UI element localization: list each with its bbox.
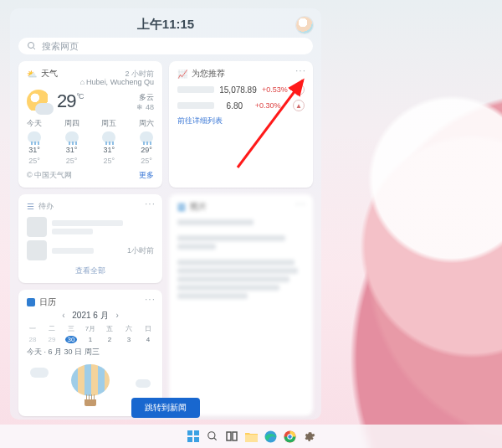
- day-label: 今天: [27, 118, 42, 129]
- todo-thumb: [27, 217, 47, 237]
- weather-card[interactable]: ⛅ 天气 2 小时前 ⌂ Hubei, Wucheng Qu 29 °C 多云: [18, 61, 162, 188]
- rain-icon: [65, 131, 79, 143]
- card-menu-button[interactable]: ···: [295, 200, 306, 207]
- calendar-month: 2021 6 月: [72, 311, 108, 320]
- svg-rect-9: [227, 432, 231, 440]
- weekday: 六: [123, 324, 135, 333]
- day-hi: 31°: [28, 146, 40, 154]
- stock-delta: +0.53%: [262, 85, 288, 94]
- calendar-date-row: 28 29 30 1 2 3 4: [27, 336, 154, 343]
- photos-icon: 🖼: [177, 203, 186, 212]
- weather-location: Hubei, Wucheng Qu: [86, 78, 154, 86]
- rain-icon: [140, 131, 153, 143]
- forecast-day: 周五 31° 25°: [101, 118, 116, 165]
- weekday: 三: [65, 324, 77, 333]
- todo-footer-link[interactable]: 查看全部: [75, 266, 105, 275]
- jump-to-news-button[interactable]: 跳转到新闻: [131, 398, 200, 418]
- svg-rect-6: [194, 437, 199, 442]
- calendar-prev-button[interactable]: ‹: [57, 311, 69, 320]
- blurred-line: [177, 260, 295, 265]
- svg-point-17: [288, 435, 291, 438]
- cal-date[interactable]: 29: [46, 336, 58, 343]
- weekday: 一: [27, 324, 38, 333]
- cal-date[interactable]: 28: [27, 336, 38, 343]
- cal-date-today[interactable]: 30: [65, 336, 77, 343]
- weather-more-link[interactable]: 更多: [139, 170, 154, 181]
- cloud-icon: [136, 379, 151, 388]
- rain-icon: [102, 131, 115, 143]
- day-hi: 31°: [66, 146, 78, 154]
- stocks-detail-link[interactable]: 前往详细列表: [177, 116, 305, 126]
- card-menu-button[interactable]: ···: [145, 200, 156, 207]
- taskbar-search-button[interactable]: [206, 430, 219, 443]
- todo-title: 待办: [38, 201, 54, 212]
- svg-rect-10: [233, 432, 237, 440]
- calendar-title: 日历: [39, 296, 56, 308]
- day-hi: 29°: [141, 146, 152, 154]
- todo-text-line: [52, 220, 123, 226]
- file-explorer-button[interactable]: [244, 430, 258, 443]
- todo-text-line: [52, 248, 94, 254]
- avatar[interactable]: [296, 17, 313, 33]
- cal-date[interactable]: 3: [123, 336, 135, 343]
- search-icon: [27, 41, 37, 51]
- day-lo: 25°: [141, 157, 152, 165]
- hot-air-balloon-icon: [71, 364, 110, 406]
- day-lo: 25°: [104, 157, 115, 165]
- card-menu-button[interactable]: ···: [145, 296, 156, 302]
- day-lo: 25°: [66, 157, 78, 165]
- photos-title: 照片: [190, 201, 207, 213]
- blurred-line: [177, 235, 285, 241]
- start-button[interactable]: [187, 430, 200, 443]
- weather-condition-sub: ❄ 48: [136, 103, 154, 111]
- weather-condition: 多云: [136, 92, 154, 103]
- stocks-card[interactable]: 📈 为您推荐 ··· 15,078.89 +0.53% ▲ 6.80 +0.30…: [169, 61, 313, 188]
- cal-date[interactable]: 4: [142, 336, 154, 343]
- svg-line-8: [214, 438, 217, 440]
- cloud-icon: [30, 368, 49, 378]
- svg-rect-11: [245, 435, 258, 442]
- chrome-button[interactable]: [283, 430, 296, 443]
- card-menu-button[interactable]: ···: [295, 67, 306, 74]
- todo-card[interactable]: ☰ 待办 ··· 1小时前: [18, 194, 162, 283]
- blurred-line: [177, 268, 298, 274]
- temp-value: 29: [57, 90, 75, 112]
- stock-badge-icon: ▲: [293, 100, 305, 111]
- blurred-line: [177, 293, 248, 299]
- day-label: 周五: [101, 118, 116, 129]
- photos-card[interactable]: 🖼 照片 ···: [169, 194, 313, 416]
- svg-line-1: [33, 48, 36, 50]
- widgets-grid: ⛅ 天气 2 小时前 ⌂ Hubei, Wucheng Qu 29 °C 多云: [18, 61, 313, 416]
- stock-row[interactable]: 6.80 +0.30% ▲: [177, 100, 305, 111]
- search-input[interactable]: 搜索网页: [18, 38, 313, 54]
- weather-source: © 中国天气网: [27, 170, 72, 181]
- edge-button[interactable]: [264, 430, 277, 443]
- weekday: 五: [104, 324, 115, 333]
- clock-time: 上午11:15: [137, 17, 194, 33]
- svg-point-0: [28, 43, 34, 49]
- stock-row[interactable]: 15,078.89 +0.53% ▲: [177, 84, 305, 95]
- desktop-wallpaper: 上午11:15 搜索网页 ⛅ 天气 2 小时前 ⌂ Hubei, Wucheng…: [0, 0, 502, 448]
- svg-rect-4: [194, 430, 199, 435]
- task-view-button[interactable]: [225, 430, 238, 443]
- stocks-chart-icon: 📈: [177, 70, 187, 79]
- blurred-line: [177, 244, 216, 250]
- rain-icon: [28, 131, 41, 143]
- weather-title: 天气: [41, 68, 58, 80]
- temp-unit: °C: [76, 92, 83, 100]
- settings-button[interactable]: [302, 430, 315, 443]
- calendar-next-button[interactable]: ›: [110, 311, 123, 320]
- cal-date[interactable]: 1: [85, 336, 96, 343]
- forecast-day: 今天 31° 25°: [27, 118, 42, 165]
- source-text: 中国天气网: [34, 171, 72, 179]
- stock-value: 15,078.89: [219, 85, 257, 95]
- panel-header: 上午11:15: [18, 17, 313, 33]
- weekday: 日: [142, 324, 154, 333]
- widgets-panel: 上午11:15 搜索网页 ⛅ 天气 2 小时前 ⌂ Hubei, Wucheng…: [10, 8, 321, 420]
- stock-delta: +0.30%: [255, 101, 281, 110]
- location-pin-icon: ⌂: [80, 78, 85, 86]
- cal-date[interactable]: 2: [104, 336, 115, 343]
- taskbar: [0, 425, 502, 448]
- todo-text-line: [52, 229, 93, 234]
- blurred-line: [177, 276, 289, 282]
